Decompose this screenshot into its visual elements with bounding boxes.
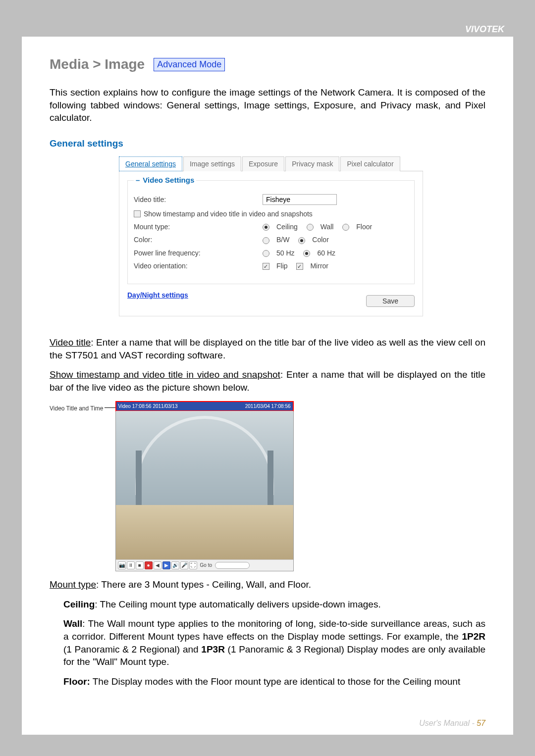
color-label: Color: [134,236,263,244]
content-area: Media > Image Advanced Mode This section… [22,37,513,688]
show-timestamp-checkbox[interactable] [134,210,141,217]
tab-privacy-mask[interactable]: Privacy mask [285,156,339,171]
mount-floor-label: Floor [356,223,372,231]
tab-bar: General settings Image settings Exposure… [119,156,423,171]
page: VIVOTEK Media > Image Advanced Mode This… [22,22,513,735]
wall-term: Wall [63,618,82,629]
figure-side-label-wrap: Video Title and Time [50,401,115,414]
floor-shape [116,505,293,559]
video-control-bar: 📷 ⏸ ■ ● ◀ ▶ 🔊 🎤 ⛶ Go to [116,559,293,571]
snapshot-icon[interactable]: 📷 [118,561,126,569]
video-overlay-left: Video 17:08:56 2011/03/13 [118,403,178,410]
mount-type-desc: : There are 3 Mount types - Ceiling, Wal… [96,579,311,590]
color-color-radio[interactable] [298,237,305,244]
wall-desc-1: : The Wall mount type applies to the mon… [63,618,485,642]
show-timestamp-paragraph: Show timestamp and video title in video … [50,368,485,394]
next-icon[interactable]: ▶ [162,561,170,569]
figure-wrap: Video Title and Time Video 17:08:56 2011… [50,401,485,572]
mount-ceiling-radio[interactable] [263,224,269,231]
show-timestamp-label: Show timestamp and video title in video … [144,210,313,218]
flip-checkbox[interactable] [263,263,269,270]
collapse-icon[interactable]: – [136,176,140,184]
video-frame-image [116,411,293,559]
color-bw-label: B/W [276,236,289,244]
tab-image-settings[interactable]: Image settings [183,156,241,171]
plf-options: 50 Hz 60 Hz [263,249,342,257]
footer: User's Manual - 57 [419,719,485,728]
floor-desc: The Display modes with the Floor mount t… [90,676,460,687]
mount-type-row: Mount type: Ceiling Wall Floor [134,223,408,231]
daynight-settings-link[interactable]: Day/Night settings [127,291,188,299]
pause-icon[interactable]: ⏸ [127,561,135,569]
mount-type-label: Mount type: [134,223,263,231]
footer-text: User's Manual - [419,719,477,727]
plf-60hz-label: 60 Hz [317,249,335,257]
mirror-checkbox[interactable] [296,263,303,270]
footer-page-number: 57 [477,719,485,727]
color-options: B/W Color [263,236,336,244]
wall-1p2r: 1P2R [462,631,485,642]
color-row: Color: B/W Color [134,236,408,244]
brand-label: VIVOTEK [465,24,504,35]
fieldset-legend: –Video Settings [134,176,196,184]
video-title-label: Video title: [134,196,263,203]
mount-type-term: Mount type [50,579,96,590]
orientation-label: Video orientation: [134,262,263,270]
ceiling-paragraph: Ceiling: The Ceiling mount type automati… [63,598,485,611]
ceiling-desc: : The Ceiling mount type automatically d… [95,599,380,609]
prev-icon[interactable]: ◀ [154,561,161,569]
body-text: Video title: Enter a name that will be d… [50,336,485,688]
volume-icon[interactable]: 🔊 [171,561,179,569]
plf-label: Power line frequency: [134,249,263,257]
advanced-mode-badge: Advanced Mode [154,58,225,71]
mount-wall-label: Wall [321,223,334,231]
mount-floor-radio[interactable] [342,224,349,231]
mount-type-options: Ceiling Wall Floor [263,223,379,231]
show-timestamp-row: Show timestamp and video title in video … [134,210,408,218]
video-overlay-bar: Video 17:08:56 2011/03/13 2011/03/04 17:… [116,402,293,411]
settings-screenshot: General settings Image settings Exposure… [119,156,423,316]
video-settings-fieldset: –Video Settings Video title: Show timest… [127,180,415,284]
wall-paragraph: Wall: The Wall mount type applies to the… [63,617,485,668]
figure-side-label: Video Title and Time [50,405,104,412]
fullscreen-icon[interactable]: ⛶ [189,561,197,569]
page-title-row: Media > Image Advanced Mode [50,56,485,72]
ceiling-term: Ceiling [63,599,95,609]
mic-icon[interactable]: 🎤 [180,561,188,569]
video-title-term: Video title [50,337,91,348]
fieldset-legend-text: Video Settings [143,176,194,184]
intro-paragraph: This section explains how to configure t… [50,86,485,124]
video-overlay-right: 2011/03/04 17:08:56 [245,403,291,410]
plf-60hz-radio[interactable] [303,250,310,257]
mount-ceiling-label: Ceiling [276,223,298,231]
plf-row: Power line frequency: 50 Hz 60 Hz [134,249,408,257]
record-icon[interactable]: ● [145,561,153,569]
plf-50hz-radio[interactable] [263,250,269,257]
figure-leader-line [105,407,115,408]
tab-pixel-calculator[interactable]: Pixel calculator [340,156,400,171]
stop-icon[interactable]: ■ [136,561,144,569]
wall-1p3r: 1P3R [201,644,225,655]
video-title-paragraph: Video title: Enter a name that will be d… [50,336,485,361]
save-button[interactable]: Save [366,295,415,307]
flip-label: Flip [276,262,288,270]
mirror-label: Mirror [310,262,328,270]
header-band: VIVOTEK [22,22,513,37]
orientation-options: Flip Mirror [263,262,335,270]
plf-50hz-label: 50 Hz [276,249,295,257]
floor-term: Floor: [63,676,90,687]
section-heading: General settings [50,138,485,149]
color-color-label: Color [312,236,328,244]
tab-exposure[interactable]: Exposure [242,156,284,171]
page-title: Media > Image [50,56,145,72]
goto-selector[interactable] [215,562,250,569]
video-title-row: Video title: [134,194,408,205]
mount-type-paragraph: Mount type: There are 3 Mount types - Ce… [50,578,485,591]
wall-desc-2: (1 Panoramic & 2 Regional) and [63,644,201,655]
orientation-row: Video orientation: Flip Mirror [134,262,408,270]
color-bw-radio[interactable] [263,237,269,244]
goto-label: Go to [200,562,212,569]
tab-general-settings[interactable]: General settings [119,156,182,171]
video-title-input[interactable] [263,194,337,205]
mount-wall-radio[interactable] [307,224,314,231]
